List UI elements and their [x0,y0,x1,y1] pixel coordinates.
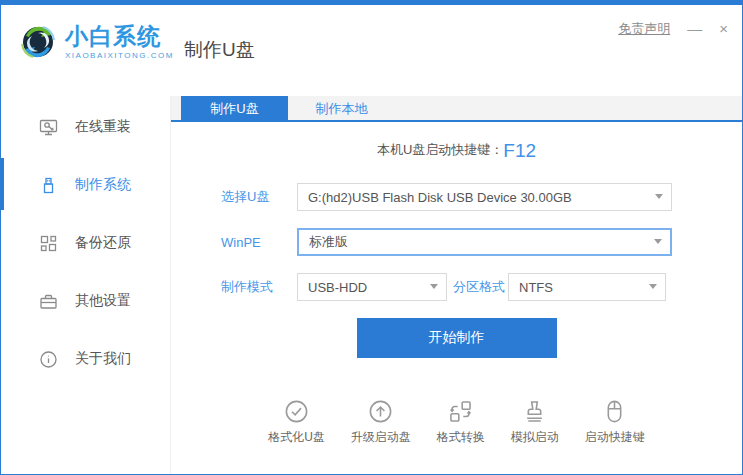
make-mode-label: 制作模式 [221,278,297,296]
disclaimer-link[interactable]: 免责声明 [618,20,670,38]
chevron-down-icon [655,194,663,199]
tool-label: 格式化U盘 [268,429,325,446]
tab-make-local[interactable]: 制作本地 [288,96,395,120]
info-circle-icon [39,350,58,369]
usb-drive-icon [39,176,58,195]
active-item-indicator [0,158,4,210]
minimize-button[interactable]: — [687,21,702,37]
mouse-icon [601,398,628,425]
backup-grid-icon [39,234,58,253]
app-window: 小白系统 XIAOBAIXITONG.COM 制作U盘 免责声明 — × [0,0,743,475]
partition-format-select[interactable]: NTFS [508,273,666,301]
form-row-winpe: WinPE 标准版 [221,228,742,256]
tool-label: 升级启动盘 [351,429,411,446]
arrow-up-circle-icon [367,398,394,425]
titlebar: 小白系统 XIAOBAIXITONG.COM 制作U盘 免责声明 — × [1,5,742,96]
close-button[interactable]: × [719,21,728,37]
sidebar-item-label: 在线重装 [75,118,131,136]
partition-format-label: 分区格式 [453,278,508,296]
start-make-button[interactable]: 开始制作 [357,318,557,358]
winpe-select[interactable]: 标准版 [297,228,672,256]
convert-squares-icon [447,398,474,425]
tool-format-convert[interactable]: 格式转换 [437,398,485,446]
form-row-mode-partition: 制作模式 USB-HDD 分区格式 NTFS [221,273,742,301]
body-area: 在线重装 制作系统 [1,96,742,474]
page-title: 制作U盘 [184,37,255,63]
boot-hotkey-value: F12 [503,140,536,161]
chevron-down-icon [430,284,438,289]
sidebar-item-label: 关于我们 [75,350,131,368]
brand-name: 小白系统 [65,24,174,48]
tool-label: 模拟启动 [511,429,559,446]
monitor-reinstall-icon [39,118,58,137]
app-logo: 小白系统 XIAOBAIXITONG.COM [17,21,174,63]
tool-upgrade-boot-disk[interactable]: 升级启动盘 [351,398,411,446]
tool-label: 启动快捷键 [585,429,645,446]
usb-select-label: 选择U盘 [221,188,297,206]
winpe-select-value: 标准版 [309,233,348,251]
tab-make-usb[interactable]: 制作U盘 [181,96,288,120]
chevron-down-icon [649,284,657,289]
boot-hotkey-line: 本机U盘启动快捷键：F12 [171,140,742,162]
sidebar-item-make-system[interactable]: 制作系统 [1,156,170,214]
tool-label: 格式转换 [437,429,485,446]
sidebar-item-label: 其他设置 [75,292,131,310]
brand-domain: XIAOBAIXITONG.COM [65,51,174,60]
brand-logo-icon [17,21,59,63]
winpe-select-label: WinPE [221,235,297,250]
chevron-down-icon [654,239,662,244]
form-row-usb: 选择U盘 G:(hd2)USB Flash Disk USB Device 30… [221,183,742,211]
footer-tools: 格式化U盘 升级启动盘 [171,398,742,446]
sidebar-item-online-reinstall[interactable]: 在线重装 [1,98,170,156]
sidebar-item-label: 备份还原 [75,234,131,252]
boot-hotkey-label: 本机U盘启动快捷键： [377,142,503,157]
make-mode-select-value: USB-HDD [308,280,367,295]
usb-drive-select-value: G:(hd2)USB Flash Disk USB Device 30.00GB [308,190,572,205]
tool-format-usb[interactable]: 格式化U盘 [268,398,325,446]
make-usb-form: 选择U盘 G:(hd2)USB Flash Disk USB Device 30… [171,183,742,301]
main-content: 制作U盘 制作本地 本机U盘启动快捷键：F12 选择U盘 G:(hd2)USB … [171,96,742,474]
make-mode-select[interactable]: USB-HDD [297,273,447,301]
tool-boot-hotkey[interactable]: 启动快捷键 [585,398,645,446]
sidebar-item-other-settings[interactable]: 其他设置 [1,272,170,330]
tab-bar: 制作U盘 制作本地 [171,96,742,122]
sidebar-item-about-us[interactable]: 关于我们 [1,330,170,388]
sidebar-item-label: 制作系统 [75,176,131,194]
brand-text-block: 小白系统 XIAOBAIXITONG.COM [65,24,174,60]
sidebar-item-backup-restore[interactable]: 备份还原 [1,214,170,272]
toolbox-icon [39,292,58,311]
usb-drive-select[interactable]: G:(hd2)USB Flash Disk USB Device 30.00GB [297,183,672,211]
sidebar: 在线重装 制作系统 [1,96,171,474]
check-circle-icon [283,398,310,425]
tool-simulate-boot[interactable]: 模拟启动 [511,398,559,446]
stamp-icon [521,398,548,425]
partition-format-select-value: NTFS [519,280,553,295]
window-controls: 免责声明 — × [618,20,728,38]
